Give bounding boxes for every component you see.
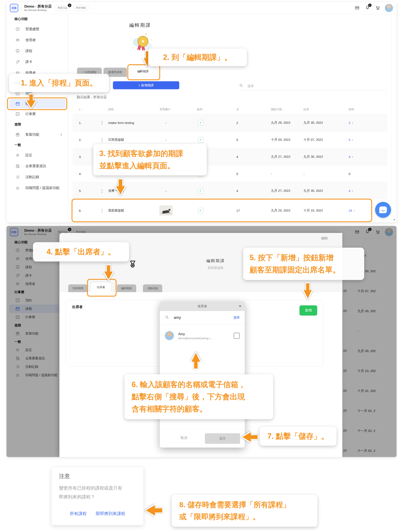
workspace-title-block: Demo - 所有分店By Omcean Booking — [24, 4, 52, 11]
course-count-link[interactable]: 4› — [340, 155, 387, 158]
sidebar-section-label: 進階 — [6, 120, 68, 129]
check-icon: ✓ — [199, 138, 202, 142]
sidebar-item-courses[interactable]: 課程 — [6, 46, 68, 57]
mail-icon[interactable] — [355, 6, 360, 10]
cancel-button[interactable]: 取消 — [174, 436, 193, 440]
sidebar-section-label: 一般 — [6, 140, 68, 150]
sidebar-item-users[interactable]: 使用者 — [6, 35, 68, 46]
save-button[interactable]: 儲存 — [205, 433, 240, 444]
step8-arrow — [144, 503, 164, 517]
step4-arrow — [103, 264, 114, 281]
changelog-badge: 0 — [68, 4, 71, 7]
change-location-label: 更改地點 — [76, 6, 86, 10]
sidebar-item-custom[interactable]: 客製功能› — [6, 129, 68, 140]
sidebar-item-report[interactable]: 回報問題 / 提議新功能 — [6, 183, 68, 193]
chevron-right-icon: › — [352, 121, 353, 124]
sidebar-item-calendar[interactable]: 行事曆 — [6, 108, 68, 120]
sort-icon: ↕ — [115, 108, 116, 111]
row-menu-icon[interactable]: ⋮ — [96, 188, 108, 193]
user-name: Amy — [178, 332, 213, 337]
user-result-row[interactable]: Amy demo@omceanbooking.c... — [160, 328, 245, 343]
sort-icon: ↕ — [355, 108, 356, 111]
course-count-link[interactable]: 4› — [340, 189, 387, 193]
screenshot-attendees-modal: OBDemo - 所有分店By Omcean Booking更新日誌0更改地點1… — [6, 226, 397, 457]
no-image-dash: – — [165, 121, 167, 125]
end-date: - — [301, 172, 340, 176]
sidebar-item-overview[interactable]: 營運總覽 — [6, 24, 68, 35]
popup-title: 使用者 — [198, 304, 207, 308]
notice-dialog: 注意 變更所有已排程的課程或是只有 即將到來的課程？ 所有課程 限即將到來課程 — [51, 467, 143, 525]
calgrid-icon — [15, 112, 20, 116]
no-image-dash: – — [165, 189, 167, 193]
user-checkbox[interactable] — [234, 333, 240, 339]
tab-schedule-times[interactable]: 安排時間 — [68, 284, 87, 292]
column-header[interactable]: #↕ — [73, 108, 108, 111]
close-button[interactable]: 關閉 — [321, 236, 328, 241]
changelog-button[interactable]: 更新日誌0 — [55, 5, 70, 11]
sidebar-item-passes[interactable]: 課卡 — [6, 57, 68, 67]
start-date: 九月 29, 2022 — [264, 121, 301, 125]
tab-edit-term-course[interactable]: 編輯期課 — [117, 284, 136, 292]
row-menu-icon[interactable]: ⋮ — [96, 120, 108, 125]
enabled-checkbox[interactable]: ✓ — [198, 120, 204, 126]
sidebar-item-business[interactable]: 企業重要資訊 — [6, 161, 68, 171]
notifications-bell-icon[interactable]: 1 — [365, 5, 370, 11]
enabled-cell: ✓ — [182, 137, 220, 143]
scroll-down-icon[interactable]: ▾ — [394, 218, 395, 221]
enabled-checkbox[interactable]: ✓ — [198, 188, 204, 194]
enabled-checkbox[interactable]: ✓ — [198, 208, 204, 213]
popup-search-input[interactable] — [173, 315, 216, 320]
add-attendee-button[interactable]: 新增 — [299, 305, 317, 316]
row-menu-icon[interactable]: ⋮ — [96, 137, 108, 142]
gauge-icon — [15, 27, 20, 32]
sidebar-item-settings[interactable]: 設定 — [6, 150, 68, 161]
bug-icon — [15, 186, 20, 190]
enabled-cell: ✓ — [182, 120, 220, 126]
sidebar-section-label: 核心功能 — [6, 14, 68, 24]
start-date: 十月 03, 2022 — [264, 138, 301, 142]
column-header[interactable]: 天↕ — [220, 108, 264, 111]
sidebar-item-activity[interactable]: 活動記錄 — [6, 171, 68, 183]
change-location-button[interactable]: 更改地點 — [73, 5, 89, 11]
popup-search-link[interactable]: 搜尋 — [233, 316, 240, 320]
chevron-right-icon: › — [354, 209, 355, 212]
column-header[interactable]: 課程↕ — [108, 108, 150, 111]
search-input[interactable] — [247, 84, 311, 88]
close-icon[interactable]: × — [239, 304, 241, 309]
column-header[interactable]: 課程↕ — [340, 108, 387, 111]
enabled-checkbox[interactable]: ✓ — [198, 137, 204, 143]
chat-bubble-icon — [379, 206, 387, 213]
column-header[interactable]: 背景圖片↕ — [150, 108, 182, 111]
add-term-course-button[interactable]: + 新增期課 — [113, 81, 179, 89]
sidebar-item-label: 課程 — [25, 49, 32, 53]
chat-widget-button[interactable] — [375, 202, 391, 218]
cart-icon[interactable] — [375, 6, 380, 10]
row-menu-icon[interactable]: ⋮ — [96, 208, 108, 213]
course-count-link[interactable]: 5› — [340, 138, 387, 142]
check-icon: ✓ — [199, 121, 202, 125]
tag-icon — [15, 60, 20, 64]
upcoming-courses-link[interactable]: 限即將到來課程 — [96, 511, 125, 516]
course-row[interactable]: 1.⋮intake form testing–✓2九月 29, 2022九月 3… — [73, 114, 387, 131]
dialog-body-line2: 即將到來的課程？ — [59, 494, 95, 500]
course-count-link[interactable]: 2› — [340, 121, 387, 125]
workspace-title: Demo - 所有分店 — [24, 4, 52, 9]
row-number: 5. — [73, 189, 96, 193]
row-number: 6. — [73, 209, 96, 212]
days-count: 2 — [220, 121, 264, 125]
course-row[interactable]: 6.⋮肌筋膜放鬆✓17九月 24, 2022十月 10, 202224› — [73, 200, 387, 221]
all-courses-link[interactable]: 所有課程 — [70, 511, 87, 516]
tab-attendees[interactable]: 出席者 — [91, 282, 111, 292]
screenshot-schedule-list: OBDemo - 所有分店By Omcean Booking更新日誌0更改地點1… — [6, 2, 397, 223]
popup-title-bar[interactable]: 使用者 — [160, 301, 245, 311]
step7-annotation: 7. 點擊「儲存」。 — [260, 427, 336, 446]
sidebar-item-schedule[interactable]: 排程 — [9, 99, 65, 108]
user-avatar[interactable] — [385, 4, 393, 12]
column-header[interactable]: 啟用↕ — [182, 108, 220, 111]
tab-activity-log[interactable]: 活動紀錄 — [143, 284, 162, 292]
column-header[interactable]: 開課日期↕ — [264, 108, 301, 111]
step1-arrow — [25, 93, 37, 109]
scrollbar-track[interactable] — [391, 14, 391, 222]
column-header[interactable]: 結束↕ — [301, 108, 340, 111]
sidebar-item-label: 回報問題 / 提議新功能 — [25, 186, 59, 190]
